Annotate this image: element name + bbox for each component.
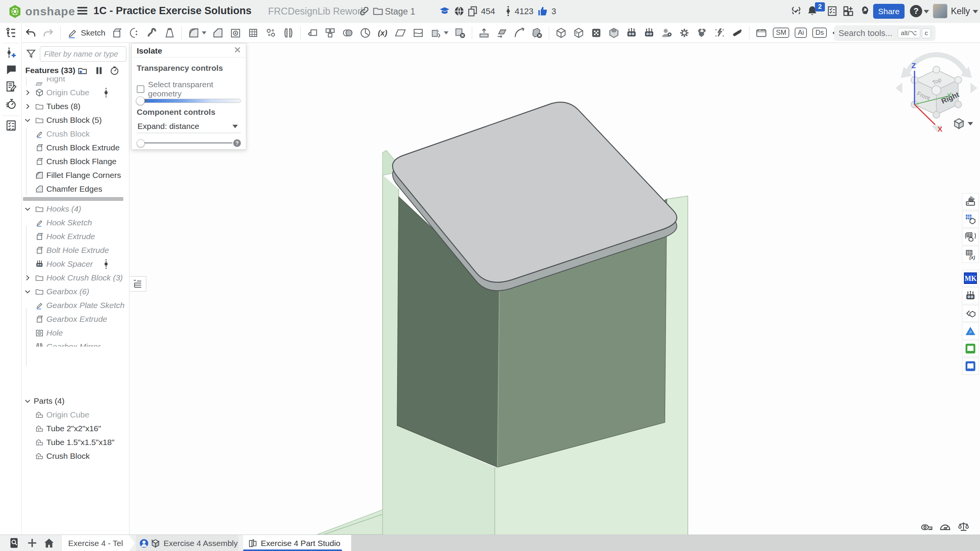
library-blue[interactable]: [962, 358, 979, 375]
appearance-swatches[interactable]: [962, 193, 979, 210]
chevron-right-icon[interactable]: [24, 89, 31, 96]
configuration-variables[interactable]: (x): [962, 246, 979, 263]
variable-button[interactable]: (x): [377, 27, 389, 39]
shell-button[interactable]: [247, 27, 259, 39]
document-notes-icon[interactable]: [5, 80, 17, 93]
sketch-button[interactable]: Sketch: [66, 27, 105, 39]
feature-row[interactable]: Crush Block Extrude: [22, 141, 129, 155]
feature-row[interactable]: Hook Spacer: [22, 257, 129, 271]
composite-button[interactable]: [324, 27, 336, 39]
robot-panel[interactable]: [962, 287, 979, 304]
derived-panel[interactable]: [962, 305, 979, 322]
feature-row[interactable]: Crush Block (5): [22, 113, 129, 127]
parts-header-row[interactable]: Parts (4): [22, 394, 129, 408]
user-avatar[interactable]: [933, 4, 947, 18]
feature-row[interactable]: Bolt Hole Extrude: [22, 243, 129, 257]
boolean-button[interactable]: [342, 27, 354, 39]
link-icon[interactable]: [358, 5, 370, 17]
feature-row[interactable]: Hole: [22, 326, 129, 340]
feature-row[interactable]: Hook Crush Block (3): [22, 271, 129, 285]
delete-face-button[interactable]: [454, 27, 466, 39]
document-title[interactable]: 1C - Practice Exercise Solutions: [93, 5, 252, 17]
ai-badge-button[interactable]: Ai: [795, 28, 807, 38]
loft-button[interactable]: [164, 27, 176, 39]
robot-feature-1-button[interactable]: [625, 27, 638, 39]
expand-mode-dropdown[interactable]: Expand: distance: [137, 120, 241, 133]
triangle-logo[interactable]: [962, 323, 979, 339]
bend-button[interactable]: [513, 27, 525, 39]
chamfer-button[interactable]: [212, 27, 224, 39]
cube-primitive-button[interactable]: [555, 27, 567, 39]
tab-exercise-4-part-studio[interactable]: Exercise 4 Part Studio: [243, 535, 351, 551]
search-tools[interactable]: Search tools... alt/⌥ c: [834, 25, 936, 41]
person-gear-button[interactable]: [661, 27, 673, 39]
move-face-button[interactable]: [496, 27, 508, 39]
gear-button[interactable]: [678, 27, 690, 39]
undo-button[interactable]: [25, 27, 37, 39]
thicken-button[interactable]: [478, 27, 490, 39]
feature-row[interactable]: Right: [22, 77, 129, 86]
chevron-right-icon[interactable]: [24, 103, 31, 110]
comments-icon[interactable]: [5, 64, 17, 76]
hole-button[interactable]: [229, 27, 242, 39]
fillet-dropdown-caret-icon[interactable]: [202, 31, 206, 34]
part-row[interactable]: Tube 1.5"x1.5"x18": [22, 435, 129, 449]
spark-feature-button[interactable]: [713, 27, 726, 39]
checklist-panel-icon[interactable]: [5, 119, 17, 132]
feature-row[interactable]: Gearbox Mirror: [22, 340, 129, 347]
expand-distance-slider[interactable]: ?: [137, 139, 241, 148]
help-button[interactable]: ?: [910, 5, 922, 17]
protractor-icon[interactable]: [939, 520, 951, 533]
name-tag-button[interactable]: HELLO: [755, 27, 767, 39]
help-caret-icon[interactable]: [924, 10, 929, 13]
fillet-button[interactable]: [188, 27, 206, 39]
part-row[interactable]: Crush Block: [22, 449, 129, 463]
copies-icon[interactable]: [467, 5, 478, 17]
frame-feature-button[interactable]: [696, 27, 708, 39]
mirror-button[interactable]: [282, 27, 294, 39]
dice-button[interactable]: [590, 27, 602, 39]
part-row[interactable]: Origin Cube: [22, 408, 129, 422]
user-menu-caret-icon[interactable]: [973, 10, 978, 13]
cube-hole-button[interactable]: [608, 27, 620, 39]
chevron-down-icon[interactable]: [24, 397, 31, 405]
thumbs-up-icon[interactable]: [537, 5, 548, 17]
feature-row[interactable]: Gearbox (6): [22, 285, 129, 298]
hamburger-menu-icon[interactable]: [77, 7, 87, 16]
view-options-button[interactable]: [952, 117, 976, 130]
feature-row[interactable]: Crush Block Flange: [22, 155, 129, 168]
slider-help-icon[interactable]: ?: [233, 139, 241, 147]
robot-feature-2-button[interactable]: [643, 27, 655, 39]
search-tabs-icon[interactable]: [8, 537, 21, 549]
onshape-logo-icon[interactable]: [8, 4, 22, 19]
feature-row[interactable]: Hook Sketch: [22, 216, 129, 230]
helix-button[interactable]: [359, 27, 371, 39]
app-store-icon[interactable]: [843, 5, 854, 17]
feature-row[interactable]: Hooks (4): [22, 202, 129, 216]
library-green[interactable]: [962, 340, 979, 357]
mate-connector-icon[interactable]: [103, 87, 109, 98]
plane-button[interactable]: [394, 27, 407, 39]
replace-face-dropdown-caret-icon[interactable]: [444, 31, 448, 34]
mate-connector-icon[interactable]: [103, 259, 109, 269]
feature-row[interactable]: Origin Cube: [22, 86, 129, 99]
add-tab-icon[interactable]: [26, 537, 38, 549]
mk-badge[interactable]: MK: [962, 270, 979, 287]
versions-check-icon[interactable]: [790, 5, 802, 17]
transform-button[interactable]: [306, 27, 319, 39]
feature-row[interactable]: Tubes (8): [22, 99, 129, 113]
chevron-down-icon[interactable]: [24, 116, 31, 124]
feature-row[interactable]: Gearbox Plate Sketch: [22, 298, 129, 312]
mass-properties-scale-icon[interactable]: [957, 520, 970, 533]
history-stopwatch-icon[interactable]: [5, 98, 17, 110]
configuration-braces[interactable]: [962, 228, 979, 245]
expand-distance-knob[interactable]: [137, 139, 145, 147]
feature-row[interactable]: Crush Block: [22, 127, 129, 141]
breadcrumb[interactable]: Stage 1: [385, 7, 415, 17]
feature-row[interactable]: Hook Extrude: [22, 230, 129, 243]
pattern-button[interactable]: [265, 27, 277, 39]
education-cap-icon[interactable]: [439, 5, 450, 17]
add-folder-icon[interactable]: [77, 65, 88, 76]
share-button[interactable]: Share: [873, 4, 905, 19]
chevron-down-icon[interactable]: [24, 205, 31, 213]
